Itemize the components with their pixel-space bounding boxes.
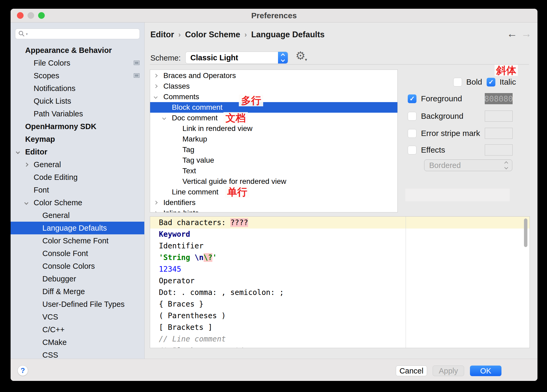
error-stripe-mark-checkbox[interactable]: ✓ (408, 129, 416, 138)
scheme-select[interactable]: Classic Light (185, 52, 288, 64)
cancel-button[interactable]: Cancel (396, 366, 427, 376)
tree-item-markup[interactable]: Markup (150, 134, 397, 144)
sidebar-item-label: Color Scheme Font (42, 236, 109, 245)
background-checkbox[interactable]: ✓ (408, 112, 416, 121)
code-segment-plain: Identifier (159, 241, 204, 250)
tree-item-label: Tag value (182, 156, 214, 165)
sidebar-item-language-defaults[interactable]: Language Defaults (11, 222, 144, 234)
chevron-down-icon[interactable] (24, 201, 29, 205)
header-divider (150, 64, 529, 65)
tree-item-comments[interactable]: Comments多行 (150, 92, 397, 102)
effects-checkbox[interactable]: ✓ (408, 146, 416, 154)
sidebar-item-color-scheme[interactable]: Color Scheme (11, 196, 144, 209)
sidebar-item-keymap[interactable]: Keymap (11, 133, 144, 145)
tree-item-classes[interactable]: Classes (150, 81, 397, 92)
chevron-down-icon[interactable] (154, 95, 158, 99)
tree-item-label: Link in rendered view (182, 124, 253, 133)
zoom-button[interactable] (38, 12, 45, 19)
sidebar-item-notifications[interactable]: Notifications (11, 82, 144, 95)
main-panel: Editor › Color Scheme › Language Default… (145, 22, 537, 359)
tree-item-braces-and-operators[interactable]: Braces and Operators (150, 70, 397, 81)
tree-item-line-comment[interactable]: Line comment单行 (150, 187, 397, 197)
chevron-right-icon[interactable] (154, 211, 158, 212)
tree-item-label: Vertical guide for rendered view (182, 177, 286, 186)
window-title: Preferences (11, 9, 537, 22)
error-stripe-mark-swatch[interactable] (485, 128, 513, 139)
code-segment-keyword: Keyword (159, 230, 190, 239)
sidebar-item-label: General (42, 211, 70, 220)
sidebar-item-debugger[interactable]: Debugger (11, 272, 144, 285)
breadcrumb-separator-icon: › (244, 30, 247, 39)
chevron-right-icon[interactable] (154, 84, 158, 88)
back-arrow-icon[interactable]: ← (507, 28, 517, 39)
sidebar-item-label: CSS (42, 351, 58, 359)
chevron-right-icon[interactable] (24, 163, 29, 167)
sidebar-item-font[interactable]: Font (11, 184, 144, 196)
preview-pane[interactable]: Bad characters: ????KeywordIdentifier'St… (150, 216, 530, 348)
sidebar-item-scopes[interactable]: Scopes (11, 69, 144, 82)
preview-scrollbar[interactable] (524, 218, 527, 247)
tree-item-link-in-rendered-view[interactable]: Link in rendered view (150, 123, 397, 134)
sidebar-item-openharmony-sdk[interactable]: OpenHarmony SDK (11, 120, 144, 133)
italic-checkbox[interactable]: ✓ (487, 78, 495, 86)
foreground-option: ✓Foreground (408, 93, 462, 104)
code-segment-escape: \n (195, 253, 204, 262)
breadcrumb-item-editor[interactable]: Editor (150, 30, 174, 39)
chevron-down-icon[interactable] (162, 116, 166, 120)
search-field[interactable]: ▾ (15, 29, 140, 39)
background-swatch[interactable] (485, 111, 513, 122)
bold-label: Bold (466, 78, 482, 86)
sidebar-item-path-variables[interactable]: Path Variables (11, 107, 144, 120)
breadcrumb-item-color-scheme[interactable]: Color Scheme (185, 30, 240, 39)
sidebar-item-quick-lists[interactable]: Quick Lists (11, 95, 144, 107)
sidebar-item-file-colors[interactable]: File Colors (11, 57, 144, 69)
ok-button[interactable]: OK (470, 366, 501, 376)
gear-icon[interactable]: ⚙▾ (295, 50, 307, 66)
tree-item-label: Inline hints (163, 209, 199, 212)
forward-arrow-icon: → (521, 28, 532, 39)
tree-item-doc-comment[interactable]: Doc comment文档 (150, 113, 397, 123)
background-label: Background (421, 112, 463, 121)
sidebar-item-vcs[interactable]: VCS (11, 311, 144, 323)
sidebar-item-color-scheme-font[interactable]: Color Scheme Font (11, 234, 144, 247)
sidebar-item-cmake[interactable]: CMake (11, 336, 144, 349)
sidebar-item-appearance-behavior[interactable]: Appearance & Behavior (11, 44, 144, 57)
sidebar-item-console-colors[interactable]: Console Colors (11, 260, 144, 272)
search-input[interactable] (28, 30, 137, 38)
tree-item-vertical-guide-for-rendered-view[interactable]: Vertical guide for rendered view (150, 176, 397, 187)
sidebar-item-code-editing[interactable]: Code Editing (11, 171, 144, 184)
sidebar-item-diff-merge[interactable]: Diff & Merge (11, 285, 144, 298)
foreground-swatch[interactable]: 808080 (485, 93, 513, 104)
code-segment-plain: [ Brackets ] (159, 323, 212, 332)
sidebar-item-css[interactable]: CSS (11, 349, 144, 359)
help-button[interactable]: ? (17, 365, 28, 376)
sidebar-item-editor[interactable]: Editor (11, 145, 144, 158)
scheme-value: Classic Light (186, 53, 278, 62)
tree-item-identifiers[interactable]: Identifiers (150, 197, 397, 208)
tree-item-tag[interactable]: Tag (150, 144, 397, 155)
sidebar-item-user-defined-file-types[interactable]: User-Defined File Types (11, 298, 144, 311)
sidebar-item-general[interactable]: General (11, 158, 144, 171)
effects-swatch[interactable] (485, 144, 513, 156)
breadcrumb-separator-icon: › (178, 30, 181, 39)
chevron-right-icon[interactable] (154, 201, 158, 204)
preview-code-line: Keyword (159, 228, 405, 240)
bold-checkbox[interactable]: ✓ (453, 78, 462, 86)
tree-item-text[interactable]: Text (150, 166, 397, 176)
sidebar-item-c-c[interactable]: C/C++ (11, 323, 144, 336)
tree-item-inline-hints[interactable]: Inline hints (150, 208, 397, 212)
chevron-right-icon[interactable] (154, 74, 158, 78)
tree-item-block-comment[interactable]: Block comment (150, 102, 397, 113)
red-annotation-singleline: 单行 (225, 186, 249, 198)
sidebar-item-console-font[interactable]: Console Font (11, 247, 144, 260)
tree-item-tag-value[interactable]: Tag value (150, 155, 397, 166)
chevron-down-icon[interactable] (16, 150, 20, 154)
foreground-checkbox[interactable]: ✓ (408, 94, 416, 103)
sidebar-item-general[interactable]: General (11, 209, 144, 222)
tree-item-label: Comments (163, 93, 199, 101)
check-icon: ✓ (488, 79, 494, 85)
element-tree[interactable]: Braces and OperatorsClassesComments多行Blo… (150, 70, 398, 212)
minimize-button[interactable] (28, 12, 34, 19)
close-button[interactable] (17, 12, 24, 19)
window-body: ▾ Appearance & BehaviorFile ColorsScopes… (11, 22, 537, 359)
